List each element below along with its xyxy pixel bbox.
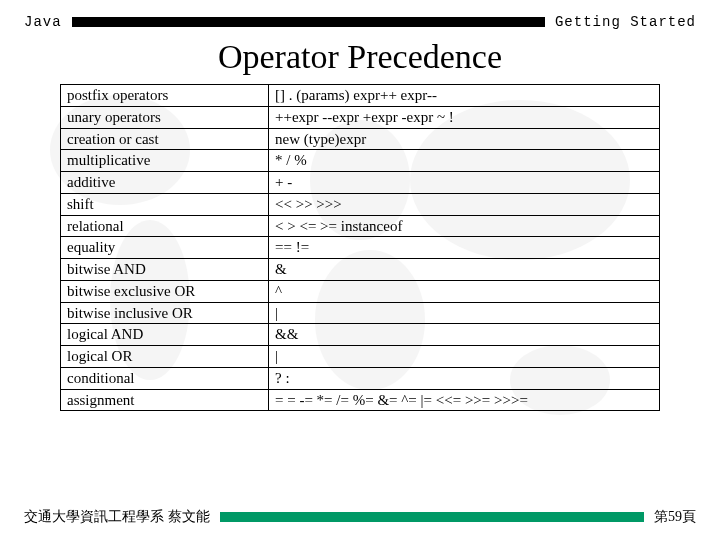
table-row: unary operators++expr --expr +expr -expr… (61, 106, 660, 128)
table-row: logical AND&& (61, 324, 660, 346)
table-row: additive+ - (61, 172, 660, 194)
operators-cell: new (type)expr (269, 128, 660, 150)
operators-cell: == != (269, 237, 660, 259)
operators-cell: [] . (params) expr++ expr-- (269, 85, 660, 107)
category-cell: postfix operators (61, 85, 269, 107)
category-cell: conditional (61, 367, 269, 389)
operators-cell: | (269, 346, 660, 368)
table-row: relational< > <= >= instanceof (61, 215, 660, 237)
operators-cell: ^ (269, 280, 660, 302)
operators-cell: ++expr --expr +expr -expr ~ ! (269, 106, 660, 128)
table-row: logical OR| (61, 346, 660, 368)
table-row: conditional? : (61, 367, 660, 389)
precedence-table: postfix operators[] . (params) expr++ ex… (60, 84, 660, 411)
category-cell: unary operators (61, 106, 269, 128)
precedence-table-wrap: postfix operators[] . (params) expr++ ex… (60, 84, 660, 411)
category-cell: shift (61, 193, 269, 215)
table-row: assignment= = -= *= /= %= &= ^= |= <<= >… (61, 389, 660, 411)
footer: 交通大學資訊工程學系 蔡文能 第59頁 (0, 508, 720, 526)
footer-left-label: 交通大學資訊工程學系 蔡文能 (24, 508, 210, 526)
category-cell: additive (61, 172, 269, 194)
operators-cell: * / % (269, 150, 660, 172)
operators-cell: & (269, 259, 660, 281)
page-title: Operator Precedence (0, 38, 720, 76)
operators-cell: && (269, 324, 660, 346)
header-left-label: Java (24, 14, 62, 30)
category-cell: assignment (61, 389, 269, 411)
table-row: bitwise inclusive OR| (61, 302, 660, 324)
operators-cell: << >> >>> (269, 193, 660, 215)
category-cell: multiplicative (61, 150, 269, 172)
table-row: bitwise exclusive OR^ (61, 280, 660, 302)
category-cell: logical OR (61, 346, 269, 368)
table-row: shift<< >> >>> (61, 193, 660, 215)
table-row: bitwise AND& (61, 259, 660, 281)
category-cell: creation or cast (61, 128, 269, 150)
table-row: equality== != (61, 237, 660, 259)
operators-cell: ? : (269, 367, 660, 389)
category-cell: bitwise AND (61, 259, 269, 281)
operators-cell: + - (269, 172, 660, 194)
header: Java Getting Started (0, 0, 720, 34)
operators-cell: | (269, 302, 660, 324)
operators-cell: < > <= >= instanceof (269, 215, 660, 237)
category-cell: logical AND (61, 324, 269, 346)
category-cell: bitwise exclusive OR (61, 280, 269, 302)
operators-cell: = = -= *= /= %= &= ^= |= <<= >>= >>>= (269, 389, 660, 411)
header-right-label: Getting Started (555, 14, 696, 30)
category-cell: equality (61, 237, 269, 259)
category-cell: relational (61, 215, 269, 237)
category-cell: bitwise inclusive OR (61, 302, 269, 324)
table-row: creation or castnew (type)expr (61, 128, 660, 150)
header-bar (72, 17, 545, 27)
footer-right-label: 第59頁 (654, 508, 696, 526)
footer-bar (220, 512, 645, 522)
table-row: multiplicative* / % (61, 150, 660, 172)
table-row: postfix operators[] . (params) expr++ ex… (61, 85, 660, 107)
